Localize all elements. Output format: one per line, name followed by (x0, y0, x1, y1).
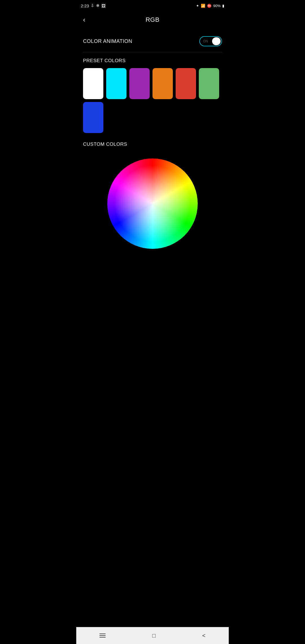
menu-line-1 (99, 634, 106, 634)
wifi-icon: 📶 (201, 4, 205, 8)
image-icon: 🖼 (101, 3, 106, 8)
app-header: ‹ RGB (76, 11, 229, 28)
back-button[interactable]: ‹ (81, 15, 88, 24)
color-animation-label: COLOR ANIMATION (83, 38, 132, 44)
swatch-green[interactable] (199, 68, 219, 99)
do-not-disturb-icon: ⛔ (207, 4, 212, 8)
swatch-orange[interactable] (152, 68, 173, 99)
main-content: COLOR ANIMATION ON PRESET COLORS CUSTOM … (76, 28, 229, 627)
nav-bar: □ < (76, 627, 229, 644)
page-title: RGB (145, 16, 159, 23)
swatch-cyan[interactable] (106, 68, 127, 99)
swatch-purple[interactable] (129, 68, 150, 99)
download-icon: ⇩ (91, 3, 94, 8)
status-left: 2:23 ⇩ ❄ 🖼 (81, 3, 106, 8)
color-wheel-container (83, 153, 222, 260)
time-display: 2:23 (81, 3, 89, 8)
color-wheel[interactable] (107, 158, 198, 249)
battery-icon: ▮ (222, 4, 224, 8)
color-animation-toggle[interactable]: ON (199, 36, 222, 46)
toggle-on-label: ON (201, 39, 208, 43)
menu-line-2 (99, 635, 106, 636)
section-divider (83, 52, 222, 52)
status-right: ✦ 📶 ⛔ 90% ▮ (196, 4, 224, 8)
preset-colors-title: PRESET COLORS (83, 58, 222, 64)
nav-back-button[interactable]: < (197, 630, 211, 641)
color-swatches-container (83, 68, 222, 133)
custom-colors-title: CUSTOM COLORS (83, 142, 222, 147)
color-animation-row: COLOR ANIMATION ON (83, 33, 222, 50)
custom-colors-section: CUSTOM COLORS (83, 142, 222, 260)
battery-display: 90% (213, 4, 221, 8)
swatch-red[interactable] (176, 68, 196, 99)
bluetooth-icon: ✦ (196, 4, 199, 8)
menu-line-3 (99, 637, 106, 638)
swatch-white[interactable] (83, 68, 103, 99)
swatch-blue[interactable] (83, 102, 103, 133)
menu-button[interactable] (94, 631, 111, 640)
toggle-knob (212, 37, 221, 45)
preset-colors-section: PRESET COLORS (83, 58, 222, 133)
home-button[interactable]: □ (147, 630, 161, 641)
status-bar: 2:23 ⇩ ❄ 🖼 ✦ 📶 ⛔ 90% ▮ (76, 0, 229, 11)
snowflake-icon: ❄ (96, 3, 100, 8)
